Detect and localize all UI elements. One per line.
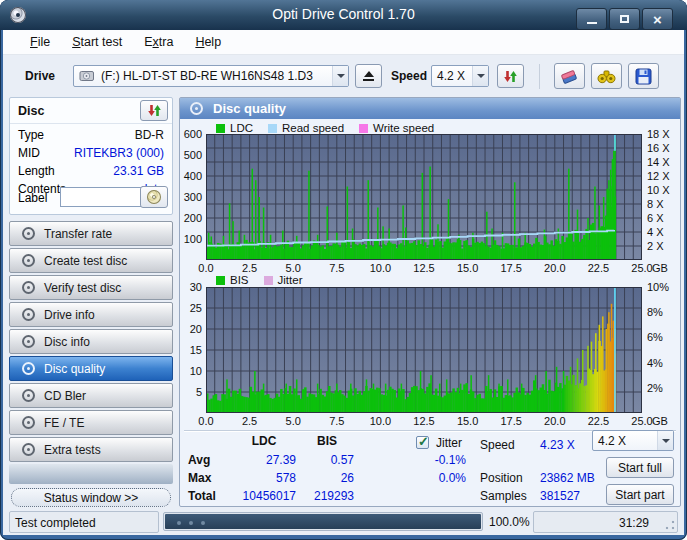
menu-extra[interactable]: Extra — [135, 32, 182, 52]
sidebar-item-create-test-disc[interactable]: Create test disc — [9, 248, 173, 273]
search-button[interactable] — [591, 63, 622, 89]
speed-select[interactable]: 4.2 X — [431, 65, 489, 87]
toolbar-separator — [539, 64, 540, 89]
save-button[interactable] — [628, 63, 659, 89]
legend-item-jitter: Jitter — [264, 274, 303, 286]
stats-header-bis: BIS — [300, 434, 354, 448]
jitter-checkbox[interactable]: ✓ — [416, 436, 429, 449]
disc-label-caption: Label — [18, 191, 47, 205]
info-label-position: Position — [480, 471, 523, 485]
resize-grip[interactable] — [664, 519, 676, 531]
client-area: FileStart testExtraHelp Drive (F:) HL-DT… — [3, 30, 684, 535]
titlebar[interactable]: Opti Drive Control 1.70 × — [0, 0, 687, 30]
x-tick: 7.5 — [329, 262, 344, 274]
disc-info-value: 23.31 GB — [113, 163, 164, 179]
y-tick-right: 6% — [647, 331, 663, 343]
info-value-position: 23862 MB — [540, 471, 595, 485]
disc-label-input[interactable] — [60, 187, 144, 207]
x-tick: 2.5 — [242, 415, 257, 427]
menu-file[interactable]: File — [21, 32, 59, 52]
maximize-button[interactable] — [609, 8, 640, 30]
maximize-icon — [620, 15, 629, 23]
stats-ldc-total: 10456017 — [232, 489, 296, 503]
progress-fill — [165, 514, 481, 529]
scan-speed-select[interactable]: 4.2 X — [592, 430, 674, 451]
speed-select-value: 4.2 X — [437, 69, 465, 83]
sidebar-item-fe-te[interactable]: FE / TE — [9, 410, 173, 435]
y-tick-right: 10% — [647, 281, 669, 293]
disc-info-value: BD-R — [135, 127, 164, 143]
x-tick: 0.0 — [198, 415, 213, 427]
sidebar-item-label: Drive info — [44, 308, 95, 322]
eject-button[interactable] — [355, 64, 382, 88]
info-value-speed: 4.23 X — [540, 438, 575, 452]
legend-item-write-speed: Write speed — [359, 122, 434, 134]
minimize-button[interactable] — [576, 8, 607, 30]
sidebar-item-label: CD Bler — [44, 389, 86, 403]
app-window: Opti Drive Control 1.70 × FileStart test… — [0, 0, 687, 540]
x-tick: 12.5 — [413, 262, 434, 274]
sidebar-nav: Transfer rate Create test disc Verify te… — [9, 221, 173, 464]
y-tick-right: 6 X — [647, 212, 664, 224]
disc-icon — [22, 308, 35, 321]
stats-area: LDCBISAvg27.390.57-0.1%Max578260.0%Total… — [184, 434, 676, 506]
legend-item-read-speed: Read speed — [268, 122, 344, 134]
erase-disc-button[interactable] — [554, 63, 585, 89]
y-tick-left: 15 — [190, 344, 202, 356]
x-tick: 17.5 — [500, 415, 521, 427]
sidebar-item-disc-info[interactable]: Disc info — [9, 329, 173, 354]
close-button[interactable]: × — [642, 8, 673, 30]
refresh-icon — [503, 69, 518, 84]
floppy-icon — [635, 68, 652, 85]
refresh-disc-button[interactable] — [140, 100, 168, 121]
disc-info-row-length: Length 23.31 GB — [10, 162, 172, 180]
disc-icon — [22, 254, 35, 267]
legend-swatch — [216, 124, 225, 133]
sidebar-item-extra-tests[interactable]: Extra tests — [9, 437, 173, 462]
sidebar-item-verify-test-disc[interactable]: Verify test disc — [9, 275, 173, 300]
x-tick: 20.0 — [544, 262, 565, 274]
refresh-speeds-button[interactable] — [497, 64, 524, 88]
scan-speed-value: 4.2 X — [598, 434, 626, 448]
disc-label-row: Label — [10, 187, 172, 209]
x-tick: 22.5 — [588, 415, 609, 427]
x-axis-unit: GB — [652, 415, 668, 427]
write-label-button[interactable] — [140, 186, 168, 208]
x-tick: 5.0 — [286, 415, 301, 427]
stats-bis-avg: 0.57 — [300, 453, 354, 467]
x-tick: 25.0 — [631, 415, 652, 427]
drive-icon — [79, 70, 95, 82]
x-tick: 20.0 — [544, 415, 565, 427]
sidebar-item-disc-quality[interactable]: Disc quality — [9, 356, 173, 381]
drive-select[interactable]: (F:) HL-DT-ST BD-RE WH16NS48 1.D3 — [73, 65, 349, 87]
sidebar-item-drive-info[interactable]: Drive info — [9, 302, 173, 327]
disc-icon — [22, 362, 35, 375]
menu-start-test[interactable]: Start test — [63, 32, 131, 52]
legend-swatch — [216, 276, 225, 285]
menu-help[interactable]: Help — [186, 32, 230, 52]
toolbar: Drive (F:) HL-DT-ST BD-RE WH16NS48 1.D3 … — [3, 56, 684, 95]
x-tick: 15.0 — [457, 262, 478, 274]
legend-item-bis: BIS — [216, 274, 249, 286]
stats-jitter-max: 0.0% — [406, 471, 466, 485]
status-message-panel: Test completed — [9, 511, 159, 533]
sidebar-item-transfer-rate[interactable]: Transfer rate — [9, 221, 173, 246]
y-axis-left: 30252015105 — [180, 287, 203, 413]
ldc-chart: 600500400300200100 18 X16 X14 X12 X10 X8… — [180, 134, 680, 280]
sidebar-item-cd-bler[interactable]: CD Bler — [9, 383, 173, 408]
x-tick: 10.0 — [370, 415, 391, 427]
legend-swatch — [359, 124, 368, 133]
start-full-button[interactable]: Start full — [606, 457, 674, 478]
start-part-button[interactable]: Start part — [606, 484, 674, 505]
window-controls: × — [576, 8, 673, 30]
x-tick: 0.0 — [198, 262, 213, 274]
minimize-icon — [587, 22, 597, 24]
binoculars-icon — [597, 69, 616, 84]
status-window-button[interactable]: Status window >> — [11, 488, 171, 507]
y-tick-left: 20 — [190, 323, 202, 335]
x-tick: 10.0 — [370, 262, 391, 274]
disc-panel-title: Disc — [18, 104, 44, 118]
drive-select-arrow — [332, 66, 348, 86]
stats-bis-total: 219293 — [300, 489, 354, 503]
eraser-icon — [560, 68, 579, 85]
